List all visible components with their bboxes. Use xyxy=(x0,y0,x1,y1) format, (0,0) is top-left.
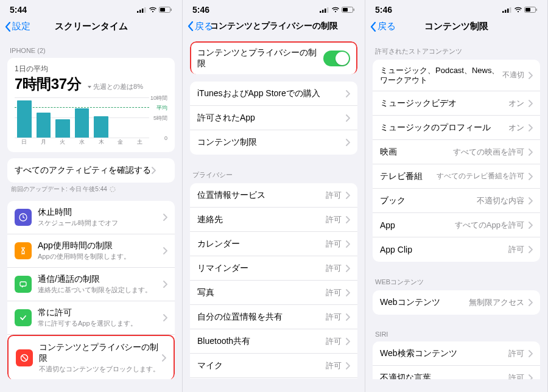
back-label: 戻る xyxy=(195,21,213,32)
row-music-profile[interactable]: ミュージックのプロフィールオン xyxy=(373,116,540,140)
svg-rect-1 xyxy=(139,10,141,13)
avg-time: 7時間37分 xyxy=(15,74,81,94)
battery-icon xyxy=(524,7,538,13)
chevron-right-icon xyxy=(163,214,167,221)
status-bar: 5:44 xyxy=(0,0,182,16)
svg-rect-18 xyxy=(502,11,504,13)
chevron-right-icon xyxy=(345,90,350,97)
signal-icon xyxy=(137,7,147,13)
chevron-right-icon xyxy=(163,281,167,288)
svg-rect-21 xyxy=(510,7,511,13)
row-contacts[interactable]: 連絡先許可 xyxy=(190,208,357,232)
privacy-group: 位置情報サービス許可 連絡先許可 カレンダー許可 リマインダー許可 写真許可 自… xyxy=(190,183,357,379)
row-itunes[interactable]: iTunesおよびApp Storeでの購入 xyxy=(190,82,357,106)
row-music[interactable]: ミュージック、Podcast、News、ワークアウト不適切 xyxy=(373,60,540,91)
row-always-allowed[interactable]: 常に許可常に許可するAppを選択します。 xyxy=(7,301,175,335)
row-restrictions-toggle[interactable]: コンテンツとプライバシーの制限 xyxy=(190,41,357,74)
hourglass-icon xyxy=(15,242,32,259)
row-communication[interactable]: 通信/通話の制限連絡先に基づいて制限を設定します。 xyxy=(7,268,175,301)
page-title: スクリーンタイム xyxy=(55,21,128,32)
status-time: 5:44 xyxy=(10,5,27,15)
row-downtime[interactable]: 休止時間スケジュール時間までオフ xyxy=(7,201,175,234)
chevron-right-icon xyxy=(528,350,533,357)
row-allowed-apps[interactable]: 許可されたApp xyxy=(190,106,357,130)
svg-rect-3 xyxy=(144,7,146,13)
back-label: 戻る xyxy=(378,21,396,32)
section-header-store: 許可されたストアコンテンツ xyxy=(365,38,547,60)
activity-card: すべてのアクティビティを確認する xyxy=(7,158,175,183)
row-music-video[interactable]: ミュージックビデオオン xyxy=(373,91,540,116)
row-siri-search[interactable]: Web検索コンテンツ許可 xyxy=(373,341,540,366)
chevron-right-icon xyxy=(345,240,350,248)
chevron-right-icon xyxy=(528,374,533,379)
svg-rect-12 xyxy=(322,10,324,13)
row-siri-language[interactable]: 不適切な言葉許可 xyxy=(373,366,540,379)
row-appclip[interactable]: App Clip許可 xyxy=(373,237,540,262)
siri-group: Web検索コンテンツ許可 不適切な言葉許可 xyxy=(373,341,540,379)
svg-rect-17 xyxy=(354,9,355,11)
chat-icon xyxy=(15,276,32,293)
row-content-restrictions[interactable]: コンテンツ制限 xyxy=(190,130,357,155)
chevron-right-icon xyxy=(161,354,166,362)
chevron-right-icon xyxy=(528,222,533,229)
chevron-right-icon xyxy=(345,289,350,296)
see-all-activity[interactable]: すべてのアクティビティを確認する xyxy=(7,158,175,183)
bar-tue xyxy=(55,119,70,138)
loading-icon xyxy=(110,186,116,192)
row-web-content[interactable]: Webコンテンツ無制限アクセス xyxy=(373,290,540,315)
svg-rect-23 xyxy=(525,8,530,12)
row-bluetooth[interactable]: Bluetooth共有許可 xyxy=(190,329,357,354)
day-labels: 日月火水木金土 xyxy=(15,138,149,146)
row-location[interactable]: 位置情報サービス許可 xyxy=(190,183,357,208)
chevron-left-icon xyxy=(5,22,11,32)
status-time: 5:46 xyxy=(375,5,392,15)
row-app-limit[interactable]: App使用時間の制限Appの使用時間を制限します。 xyxy=(7,234,175,268)
phone-screentime: 5:44 設定 スクリーンタイム IPHONE (2) 1日の平均 7時間37分… xyxy=(0,0,183,392)
row-speech[interactable]: 音声認識許可 xyxy=(190,378,357,379)
back-button[interactable]: 戻る xyxy=(370,21,396,32)
svg-rect-0 xyxy=(137,11,139,13)
row-books[interactable]: ブック不適切な内容 xyxy=(373,189,540,213)
row-reminders[interactable]: リマインダー許可 xyxy=(190,256,357,281)
settings-list: 休止時間スケジュール時間までオフ App使用時間の制限Appの使用時間を制限しま… xyxy=(7,201,175,379)
row-apps[interactable]: AppすべてのAppを許可 xyxy=(373,213,540,237)
row-share-location[interactable]: 自分の位置情報を共有許可 xyxy=(190,305,357,329)
row-calendar[interactable]: カレンダー許可 xyxy=(190,232,357,256)
svg-rect-5 xyxy=(160,8,165,12)
store-content-group: ミュージック、Podcast、News、ワークアウト不適切 ミュージックビデオオ… xyxy=(373,60,540,262)
signal-icon xyxy=(320,7,329,13)
nav-bar: 戻る コンテンツ制限 xyxy=(365,16,547,38)
svg-rect-16 xyxy=(343,8,348,12)
status-bar: 5:46 xyxy=(183,0,365,16)
chevron-right-icon xyxy=(528,299,533,306)
back-button[interactable]: 設定 xyxy=(5,21,30,32)
battery-icon xyxy=(159,7,172,13)
bar-mon xyxy=(37,113,51,138)
chevron-left-icon xyxy=(188,21,194,31)
page-title: コンテンツ制限 xyxy=(424,21,488,32)
status-time: 5:46 xyxy=(192,5,209,15)
chevron-right-icon xyxy=(345,139,350,146)
row-content-privacy[interactable]: コンテンツとプライバシーの制限不適切なコンテンツをブロックします。 xyxy=(7,335,175,379)
chevron-right-icon xyxy=(151,167,156,174)
chevron-right-icon xyxy=(528,124,533,131)
downtime-icon xyxy=(15,209,32,226)
chevron-right-icon xyxy=(345,265,350,272)
restrictions-toggle[interactable] xyxy=(323,51,350,66)
row-microphone[interactable]: マイク許可 xyxy=(190,354,357,378)
status-indicators xyxy=(137,7,172,13)
nav-bar: 設定 スクリーンタイム xyxy=(0,16,182,38)
chevron-right-icon xyxy=(528,173,533,180)
status-indicators xyxy=(320,7,355,13)
avg-label: 1日の平均 xyxy=(15,64,167,74)
chevron-left-icon xyxy=(370,22,376,32)
back-button[interactable]: 戻る xyxy=(188,21,213,32)
chevron-right-icon xyxy=(163,247,167,254)
check-icon xyxy=(15,309,32,326)
row-movies[interactable]: 映画すべての映画を許可 xyxy=(373,140,540,164)
row-tv[interactable]: テレビ番組すべてのテレビ番組を許可 xyxy=(373,164,540,189)
web-group: Webコンテンツ無制限アクセス xyxy=(373,290,540,315)
daily-average-card[interactable]: 1日の平均 7時間37分 先週との差は8% 10時間 平均 5時間 0 xyxy=(7,58,175,152)
svg-rect-13 xyxy=(325,9,326,13)
row-photos[interactable]: 写真許可 xyxy=(190,281,357,305)
